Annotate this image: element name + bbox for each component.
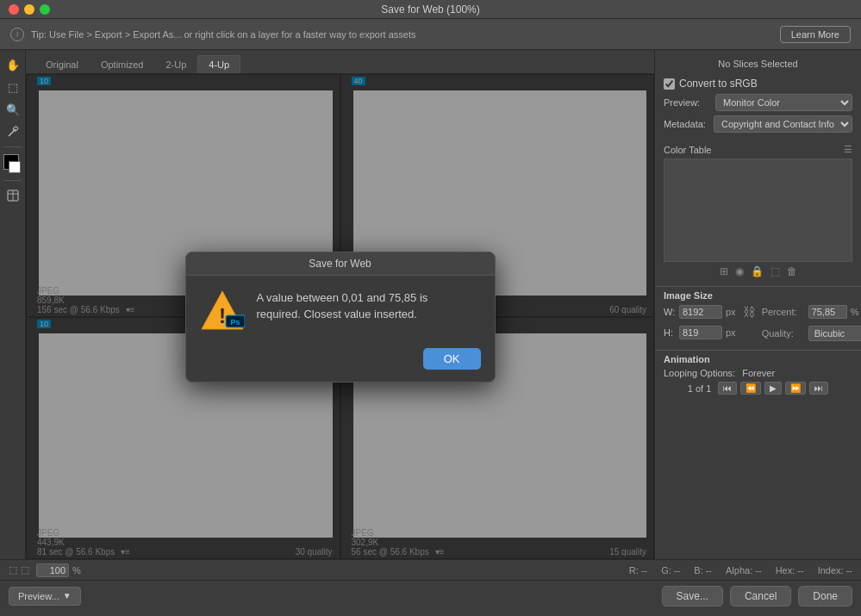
play-button[interactable]: ▶ xyxy=(764,382,782,395)
animation-controls: 1 of 1 ⏮ ⏪ ▶ ⏩ ⏭ xyxy=(664,382,852,395)
convert-srgb-checkbox[interactable] xyxy=(664,78,675,90)
wh-inputs: W: 8192 px H: 819 px xyxy=(664,305,736,343)
looping-label: Looping Options: xyxy=(664,368,735,378)
cancel-button[interactable]: Cancel xyxy=(730,586,791,607)
dialog-title-bar: Save for Web xyxy=(186,252,495,276)
warning-icon: ! Ps xyxy=(200,289,241,331)
center-area: Original Optimized 2-Up 4-Up 10 JPEG 859… xyxy=(26,50,654,559)
maximize-button[interactable] xyxy=(40,4,50,15)
index-value-label: Index: -- xyxy=(818,565,852,576)
preview-dropdown-icon: ▼ xyxy=(63,591,72,600)
dialog-message-line1: A value between 0,01 and 75,85 is xyxy=(257,291,428,304)
zoom-control: % xyxy=(36,563,81,577)
dialog-footer: OK xyxy=(186,341,495,382)
preview-button-label: Preview... xyxy=(18,591,59,601)
animation-title: Animation xyxy=(664,354,852,364)
color-table-resize-icon: ⊞ xyxy=(720,265,728,277)
height-input[interactable]: 819 xyxy=(679,326,722,339)
width-input[interactable]: 8192 xyxy=(679,305,722,319)
quality-select[interactable]: Bicubic xyxy=(808,326,861,341)
tip-text: Tip: Use File > Export > Export As... or… xyxy=(31,29,773,40)
preview-select[interactable]: Monitor Color xyxy=(715,94,852,111)
b-value-label: B: -- xyxy=(694,565,712,576)
quality-row: Quality: Bicubic xyxy=(762,326,861,341)
slice-icons: ⬚ ⬚ xyxy=(9,564,29,576)
link-proportions-icon[interactable]: ⛓ xyxy=(743,305,755,319)
prev-frame-button[interactable]: ⏪ xyxy=(740,382,761,395)
convert-srgb-label: Convert to sRGB xyxy=(679,78,758,90)
alpha-value-label: Alpha: -- xyxy=(726,565,762,576)
svg-text:!: ! xyxy=(219,304,226,327)
r-value-label: R: -- xyxy=(629,565,647,576)
tab-2up[interactable]: 2-Up xyxy=(154,55,197,73)
status-bar: ⬚ ⬚ % R: -- G: -- B: -- Alpha: -- Hex: -… xyxy=(0,559,861,580)
hex-value-label: Hex: -- xyxy=(776,565,804,576)
percent-unit: % xyxy=(851,307,859,317)
background-swatch[interactable] xyxy=(9,161,21,173)
learn-more-button[interactable]: Learn More xyxy=(780,26,851,43)
no-slices-label: No Slices Selected xyxy=(655,59,861,69)
toggle-preview[interactable] xyxy=(3,186,22,205)
metadata-select[interactable]: Copyright and Contact Info xyxy=(714,115,852,133)
tab-optimized[interactable]: Optimized xyxy=(90,55,155,73)
width-row: W: 8192 px xyxy=(664,305,736,319)
w-unit: px xyxy=(726,307,736,317)
next-frame-button[interactable]: ⏩ xyxy=(785,382,806,395)
dialog-overlay: Save for Web ! Ps xyxy=(26,74,654,559)
view-tabs: Original Optimized 2-Up 4-Up xyxy=(26,50,654,74)
color-table-menu-icon[interactable]: ☰ xyxy=(844,144,852,155)
looping-value: Forever xyxy=(742,368,775,378)
left-toolbar: ✋ ⬚ 🔍 xyxy=(0,50,26,559)
tab-4up[interactable]: 4-Up xyxy=(197,55,240,73)
color-table-lock-icon: 🔒 xyxy=(751,265,764,277)
quality-label: Quality: xyxy=(762,328,805,339)
color-info: R: -- G: -- B: -- Alpha: -- Hex: -- Inde… xyxy=(88,565,852,576)
size-inputs-group: W: 8192 px H: 819 px ⛓ Percent: % xyxy=(664,305,852,345)
eyedropper-tool[interactable] xyxy=(3,122,22,141)
dialog-title: Save for Web xyxy=(309,258,371,270)
color-table-icon-row: ⊞ ◉ 🔒 ⬚ 🗑 xyxy=(655,262,861,281)
zoom-tool[interactable]: 🔍 xyxy=(3,100,22,119)
color-table-body xyxy=(664,159,852,262)
save-button[interactable]: Save... xyxy=(662,586,723,607)
canvas-grid: 10 JPEG 859,8K 156 sec @ 56.6 Kbps ▾≡ 60… xyxy=(26,74,654,559)
right-panel-top: No Slices Selected Convert to sRGB Previ… xyxy=(655,55,861,284)
title-bar: Save for Web (100%) xyxy=(0,0,861,19)
svg-text:Ps: Ps xyxy=(230,318,240,327)
close-button[interactable] xyxy=(9,4,19,15)
tab-original[interactable]: Original xyxy=(34,55,90,73)
last-frame-button[interactable]: ⏭ xyxy=(809,382,828,395)
tip-bar: i Tip: Use File > Export > Export As... … xyxy=(0,19,861,50)
preview-button[interactable]: Preview... ▼ xyxy=(9,587,81,606)
h-label: H: xyxy=(664,327,676,338)
hand-tool[interactable]: ✋ xyxy=(3,55,22,74)
percent-quality-inputs: Percent: % Quality: Bicubic xyxy=(762,305,861,345)
slice-icon-2: ⬚ xyxy=(21,564,29,576)
alert-dialog: Save for Web ! Ps xyxy=(185,252,496,383)
dialog-message: A value between 0,01 and 75,85 is requir… xyxy=(257,289,428,323)
main-layout: ✋ ⬚ 🔍 Original Optimized 2 xyxy=(0,50,861,559)
minimize-button[interactable] xyxy=(24,4,34,15)
dialog-icon-wrap: ! Ps xyxy=(200,289,245,331)
percent-input[interactable] xyxy=(808,305,847,319)
dialog-body: ! Ps A value between 0,01 and 75,85 is r… xyxy=(186,276,495,341)
dialog-message-line2: required. Closest value inserted. xyxy=(257,308,417,320)
color-table-web-icon: ◉ xyxy=(735,265,744,277)
slice-select-tool[interactable]: ⬚ xyxy=(3,78,22,96)
first-frame-button[interactable]: ⏮ xyxy=(718,382,737,395)
info-icon: i xyxy=(10,28,24,41)
convert-srgb-section: Convert to sRGB Preview: Monitor Color M… xyxy=(655,74,861,140)
g-value-label: G: -- xyxy=(661,565,680,576)
color-table-header: Color Table ☰ xyxy=(655,140,861,159)
window-controls[interactable] xyxy=(9,4,50,15)
height-row: H: 819 px xyxy=(664,326,736,339)
color-table-delete-icon: 🗑 xyxy=(787,265,797,277)
zoom-input[interactable] xyxy=(36,563,69,577)
done-button[interactable]: Done xyxy=(798,586,852,607)
color-swatches xyxy=(3,152,22,175)
convert-srgb-row: Convert to sRGB xyxy=(664,78,852,90)
color-table-label: Color Table xyxy=(664,145,711,155)
percent-label: Percent: xyxy=(762,307,805,317)
w-label: W: xyxy=(664,307,676,317)
ok-button[interactable]: OK xyxy=(423,348,481,370)
